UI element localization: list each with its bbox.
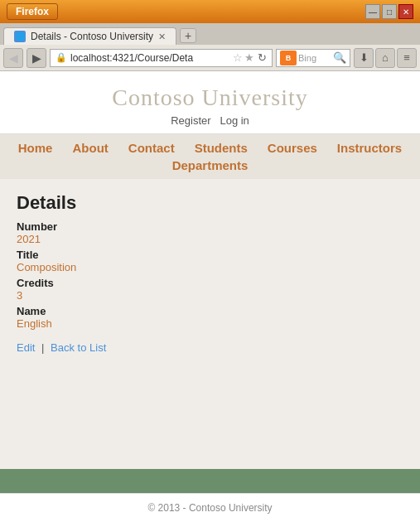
nav-links: Home About Contact Students Courses Inst… bbox=[0, 139, 420, 174]
tab-favicon: 🌐 bbox=[14, 31, 26, 42]
address-bar[interactable]: 🔒 localhost:4321/Course/Deta ☆ ★ ↻ bbox=[50, 49, 273, 67]
nav-about[interactable]: About bbox=[62, 139, 118, 157]
search-box[interactable]: B Bing 🔍 bbox=[276, 49, 350, 67]
title-bar: Firefox — □ ✕ bbox=[0, 0, 420, 23]
link-separator: | bbox=[41, 341, 44, 354]
tab-bar: 🌐 Details - Contoso University ✕ + bbox=[0, 23, 420, 45]
nav-bar: ◀ ▶ 🔒 localhost:4321/Course/Deta ☆ ★ ↻ B… bbox=[0, 45, 420, 71]
credits-label: Credits bbox=[17, 277, 403, 289]
minimize-button[interactable]: — bbox=[365, 4, 380, 19]
tab-close-button[interactable]: ✕ bbox=[158, 31, 166, 42]
close-button[interactable]: ✕ bbox=[398, 4, 413, 19]
action-links: Edit | Back to List bbox=[17, 341, 403, 354]
tab-title: Details - Contoso University bbox=[31, 31, 153, 42]
maximize-button[interactable]: □ bbox=[382, 4, 397, 19]
number-value: 2021 bbox=[17, 233, 403, 245]
active-tab[interactable]: 🌐 Details - Contoso University ✕ bbox=[3, 27, 176, 45]
nav-contact[interactable]: Contact bbox=[118, 139, 185, 157]
nav-instructors[interactable]: Instructors bbox=[327, 139, 412, 157]
nav-students[interactable]: Students bbox=[185, 139, 258, 157]
new-tab-button[interactable]: + bbox=[180, 28, 196, 43]
forward-button[interactable]: ▶ bbox=[27, 48, 46, 68]
site-title: Contoso University bbox=[0, 85, 420, 111]
toolbar-icons: ⬇ ⌂ ≡ bbox=[354, 48, 417, 68]
name-label: Name bbox=[17, 305, 403, 317]
bookmark-star[interactable]: ☆ bbox=[233, 51, 243, 64]
nav-courses[interactable]: Courses bbox=[258, 139, 327, 157]
url-text: localhost:4321/Course/Deta bbox=[70, 52, 229, 64]
number-label: Number bbox=[17, 220, 403, 233]
back-button[interactable]: ◀ bbox=[3, 48, 23, 68]
page-area: Contoso University Register Log in Home … bbox=[0, 71, 420, 469]
details-heading: Details bbox=[17, 192, 403, 214]
download-button[interactable]: ⬇ bbox=[354, 48, 374, 68]
site-header: Contoso University Register Log in bbox=[0, 71, 420, 134]
address-icon: 🔒 bbox=[56, 52, 67, 63]
search-button[interactable]: 🔍 bbox=[333, 51, 346, 64]
search-area: B Bing 🔍 bbox=[276, 49, 350, 67]
window-controls: — □ ✕ bbox=[365, 4, 413, 19]
nav-home[interactable]: Home bbox=[8, 139, 63, 157]
register-link[interactable]: Register bbox=[171, 114, 210, 127]
edit-link[interactable]: Edit bbox=[17, 341, 35, 354]
title-value: Composition bbox=[17, 261, 403, 273]
nav-departments[interactable]: Departments bbox=[162, 157, 258, 174]
firefox-menu-button[interactable]: Firefox bbox=[7, 3, 58, 20]
bookmark-buttons: ☆ ★ bbox=[233, 51, 254, 64]
search-input[interactable]: Bing bbox=[298, 53, 331, 63]
browser-chrome: Firefox — □ ✕ 🌐 Details - Contoso Univer… bbox=[0, 0, 420, 71]
home-button[interactable]: ⌂ bbox=[375, 48, 395, 68]
details-content: Details Number 2021 Title Composition Cr… bbox=[0, 179, 420, 367]
back-to-list-link[interactable]: Back to List bbox=[51, 341, 106, 354]
name-value: English bbox=[17, 317, 403, 330]
bing-icon: B bbox=[280, 51, 297, 65]
menu-button[interactable]: ≡ bbox=[397, 48, 417, 68]
bookmark-filled[interactable]: ★ bbox=[244, 51, 254, 64]
credits-value: 3 bbox=[17, 289, 403, 302]
title-label: Title bbox=[17, 249, 403, 261]
auth-links: Register Log in bbox=[0, 114, 420, 127]
refresh-button[interactable]: ↻ bbox=[258, 51, 267, 64]
nav-menu: Home About Contact Students Courses Inst… bbox=[0, 134, 420, 179]
login-link[interactable]: Log in bbox=[220, 114, 249, 127]
